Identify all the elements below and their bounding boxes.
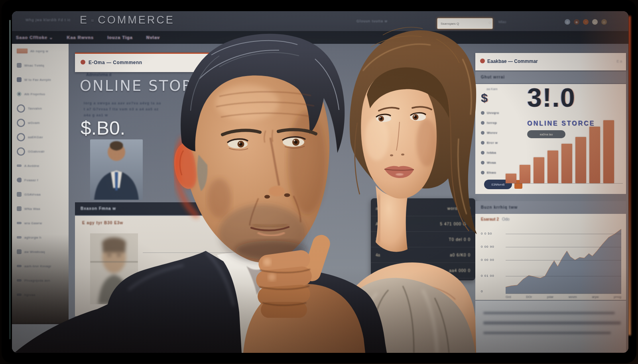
chip-icon [17, 206, 22, 211]
divider [143, 252, 246, 253]
row-label: aG1 .a0 [376, 206, 390, 211]
sidebar-item-label: A Avddne [24, 164, 39, 168]
left-section-title: Bxaxon Fmna w [81, 206, 116, 211]
row-label: 4a [376, 253, 380, 257]
table-row: A00 :15 471 000 G 0 [371, 216, 475, 232]
chat-icon[interactable]: ◍ [565, 19, 570, 25]
right-section-strip-2: Buzn krrhiq tww [475, 201, 626, 214]
stats-menu-item[interactable]: Wvrev [481, 128, 499, 138]
blurred-text-line [483, 321, 621, 325]
dollar-icon: $ [481, 91, 488, 105]
bar-chart [506, 120, 622, 183]
sidebar-item[interactable]: wGvam [12, 115, 69, 130]
sidebar-item[interactable]: Fvaaaz f [12, 173, 69, 187]
bar [520, 165, 530, 183]
sidebar-item[interactable]: aaEKGav [12, 130, 69, 144]
sidebar-item[interactable]: Ab nqvrg w [12, 44, 69, 58]
x-axis-label: pdar [547, 295, 553, 299]
brand-title: E≈COMMERCE [80, 14, 175, 26]
ring-icon [17, 133, 25, 141]
y-axis-label: 0 [481, 290, 483, 293]
bar [589, 127, 600, 183]
search-side-text: Mlao [498, 20, 506, 24]
stats-menu: UvvqroIvrrepWvrevErcr wIvbbaWvaaEhwo [481, 108, 499, 178]
sidebar-item[interactable]: Tavvalvn [12, 101, 69, 115]
row-value: T0 del 0 0 [449, 237, 471, 242]
suit-photo-thumbnail[interactable] [90, 139, 143, 200]
eye-icon[interactable]: ◒ [592, 19, 598, 25]
area-chart-plot [506, 229, 621, 294]
grid-line [506, 234, 621, 234]
x-axis-labels: GrdDOrpdarwvvmarywprrog [506, 295, 621, 299]
left-card-title: E-Oma — Commmenn [89, 60, 142, 65]
coin-icon[interactable]: ◉ [574, 19, 579, 25]
sidebar-item-label: GSAVrvaa [24, 193, 41, 196]
bullet-icon [481, 111, 484, 115]
paragraph-line: Iorg a swvga aa aav av7va a4vg ta aa [84, 100, 161, 106]
y-axis-label: 0 00 90 [481, 245, 494, 249]
text-icon [17, 222, 22, 224]
badge-icon[interactable]: ◎ [601, 19, 607, 25]
chip-icon [17, 63, 22, 68]
left-lower-card: E agy tyr B30 E3w [75, 216, 254, 316]
sidebar-item-label: Wnac Tvmtq [24, 64, 44, 67]
stats-menu-item[interactable]: Wvaa [481, 158, 499, 168]
strip2-label: Buzn krrhiq tww [481, 205, 518, 209]
sidebar-item-label: wGvam [28, 121, 40, 125]
stats-menu-item[interactable]: Ivbba [481, 148, 499, 158]
sidebar-item[interactable]: A Avddne [12, 159, 69, 173]
strip1-label: Ghut wrrai [481, 75, 505, 79]
sidebar-shadow-fade [12, 234, 69, 324]
sidebar-item[interactable]: GSAVrvaa [12, 187, 69, 202]
nav-item[interactable]: Saao Cfftoke ⌄ [16, 35, 53, 40]
stats-menu-item[interactable]: Ivrrep [481, 118, 499, 128]
left-kicker: Adnnstvma d [86, 72, 111, 77]
right-section-strip-1: Ghut wrrai [475, 71, 626, 83]
search-input[interactable] [440, 20, 485, 27]
woman-lips [384, 166, 414, 178]
nav-item[interactable]: Kaa Rwvns [67, 35, 94, 40]
sidebar-item[interactable]: Wnac Tvmtq [12, 58, 69, 72]
chart-title: Esaraut 2 [481, 217, 499, 221]
dashboard-screen: Whg jwa klardib Fd t ic E≈COMMERCE Glouu… [12, 11, 628, 353]
y-axis-label: 0 01 00 [481, 274, 494, 278]
table-row: 33.0T0 del 0 0 [371, 232, 475, 247]
sidebar-item[interactable]: wra Gawrw [12, 216, 69, 230]
left-panel-header-card: E-Oma — Commmenn [75, 53, 254, 72]
search-icon: ◌ [488, 20, 491, 25]
left-panel: E-Oma — Commmenn Adnnstvma d ONLINE STOR… [69, 44, 265, 325]
bullet-icon [481, 161, 484, 164]
sidebar-item[interactable]: Alb Frvprrtvo [12, 87, 69, 101]
stats-menu-item[interactable]: Ercr w [481, 138, 499, 148]
nav-item[interactable]: Iouza Tiga [107, 35, 133, 40]
nav-item[interactable]: Nvlav [146, 35, 160, 40]
flag-icon [17, 77, 22, 82]
woman-hair-front [367, 67, 449, 118]
left-section-header: Bxaxon Fmna w [75, 202, 254, 215]
x-axis-label: prrog [614, 295, 621, 299]
area-chart-heading: Esaraut 2Odo [481, 217, 510, 221]
right-panel-header-card: Eaakbae — Commmar E a [475, 53, 626, 70]
man-jacket-right [285, 269, 387, 353]
sidebar-item[interactable]: WNa Waa [12, 202, 69, 216]
bar [534, 157, 544, 183]
ring-icon [17, 104, 25, 113]
woman-figure [333, 27, 477, 353]
sidebar-item[interactable]: W to Fav Avrrpln [12, 72, 69, 87]
stats-menu-label: Ivbba [487, 151, 496, 155]
sidebar-item-label: aaEKGav [28, 135, 43, 139]
sidebar-item[interactable]: GGakvvalr [12, 144, 69, 159]
row-value: word O9a0 [447, 206, 471, 211]
row-label: A00 :1 [376, 222, 387, 226]
dots-icon [17, 92, 22, 96]
top-header-bar: Whg jwa klardib Fd t ic E≈COMMERCE Glouu… [12, 11, 628, 31]
swirl-icon[interactable]: ◔ [583, 19, 589, 25]
bullet-icon [481, 171, 484, 174]
brand-prefix: E [80, 14, 89, 26]
stats-menu-item[interactable]: Uvvqro [481, 108, 499, 118]
stats-menu-label: Wvaa [487, 161, 496, 164]
sidebar-item-label: WNa Waa [24, 207, 40, 211]
bezel-edge-highlight-left [10, 20, 10, 339]
stats-menu-item[interactable]: Ehwo [481, 168, 499, 178]
search-box[interactable]: ◌ [437, 18, 493, 29]
